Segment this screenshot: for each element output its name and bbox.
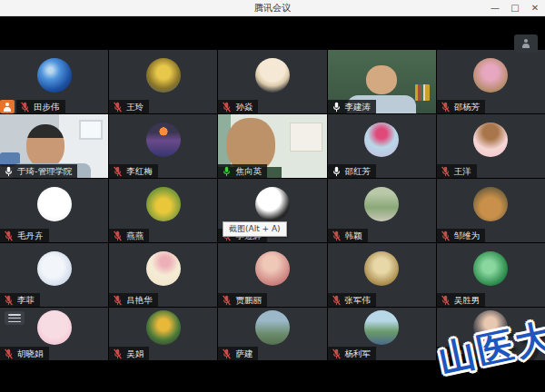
- participant-tile[interactable]: 孙焱: [218, 50, 326, 113]
- name-bar: 邵红芳: [328, 164, 377, 178]
- participant-tile[interactable]: 田步伟: [0, 50, 108, 113]
- avatar: [473, 251, 508, 286]
- participant-name: 韩颖: [345, 230, 362, 241]
- participant-name: 于琦-管理学院: [17, 165, 72, 177]
- participant-tile[interactable]: 李建涛: [328, 50, 436, 113]
- mic-icon: [332, 230, 342, 241]
- name-bar: 王玲: [109, 100, 149, 113]
- participant-tile[interactable]: 邹维为: [437, 179, 545, 242]
- close-button[interactable]: ✕: [525, 0, 545, 15]
- avatar: [146, 251, 181, 286]
- participant-tile[interactable]: 李菲: [0, 243, 108, 307]
- participant-tile[interactable]: 萨建: [218, 308, 326, 360]
- participant-name: 孙焱: [235, 101, 253, 113]
- avatar: [37, 187, 72, 221]
- screenshot-tooltip: 截图(Alt + A): [223, 221, 287, 237]
- avatar: [255, 310, 290, 345]
- avatar: [37, 251, 72, 286]
- participant-name: 杨利军: [345, 348, 372, 359]
- name-bar: 燕燕: [109, 229, 149, 242]
- participant-tile[interactable]: 焦向英: [218, 114, 326, 178]
- name-bar: 吴娟: [109, 347, 149, 360]
- participant-tile[interactable]: 李红梅: [109, 114, 217, 178]
- mic-icon: [441, 295, 451, 306]
- participant-name: 邵杨芳: [454, 101, 481, 113]
- titlebar: 腾讯会议 — □ ✕: [0, 0, 545, 16]
- participant-tile[interactable]: 杨利军: [328, 308, 436, 360]
- name-bar: 邹维为: [437, 229, 486, 242]
- participant-tile[interactable]: 胡晓娟: [0, 308, 108, 360]
- name-bar: 田步伟: [0, 100, 65, 113]
- list-view-icon[interactable]: [5, 311, 25, 325]
- participant-name: 张军伟: [345, 294, 372, 306]
- avatar: [364, 187, 399, 221]
- avatar: [473, 58, 508, 93]
- participant-name: 胡晓娟: [17, 348, 44, 359]
- mic-icon: [20, 102, 30, 113]
- name-bar: 王洋: [437, 164, 477, 178]
- maximize-button[interactable]: □: [505, 0, 525, 15]
- participant-tile[interactable]: 毛丹卉: [0, 179, 108, 242]
- participant-tile[interactable]: 贾鹏丽: [218, 243, 326, 307]
- participant-name: 燕燕: [126, 230, 144, 241]
- host-badge-icon: [0, 100, 15, 113]
- person-icon: [521, 39, 530, 48]
- avatar: [146, 58, 181, 93]
- name-bar: 杨利军: [328, 347, 377, 360]
- person-icon: [3, 103, 12, 112]
- name-bar: 焦向英: [218, 164, 267, 178]
- participant-tile[interactable]: 燕燕: [109, 179, 217, 242]
- meeting-stage: 田步伟 王玲: [0, 16, 545, 392]
- participant-name: 吴胜男: [454, 294, 481, 306]
- avatar: [37, 310, 72, 345]
- name-bar: 李红梅: [109, 164, 158, 178]
- avatar: [146, 187, 181, 221]
- mic-icon: [4, 348, 14, 359]
- minimize-button[interactable]: —: [485, 0, 505, 15]
- mic-icon: [113, 348, 123, 359]
- avatar: [255, 58, 290, 93]
- participant-tile[interactable]: 吴胜男: [437, 243, 545, 307]
- participant-name: 王玲: [126, 101, 144, 113]
- participant-name: 焦向英: [235, 165, 262, 177]
- participant-name: 田步伟: [34, 101, 60, 113]
- name-bar: 韩颖: [328, 229, 368, 242]
- mic-icon: [222, 348, 232, 359]
- participant-name: 邹维为: [454, 230, 481, 241]
- participant-name: 李建涛: [345, 101, 372, 113]
- participant-tile[interactable]: 吕艳华: [109, 243, 217, 307]
- participant-tile[interactable]: 韩颖: [328, 179, 436, 242]
- participant-tile[interactable]: 吴娟: [109, 308, 217, 360]
- participant-name: 王洋: [454, 165, 471, 177]
- mic-icon: [113, 230, 123, 241]
- name-bar: 胡晓娟: [0, 347, 49, 360]
- name-bar: 邵杨芳: [437, 100, 486, 113]
- participant-tile[interactable]: 王洋: [437, 114, 545, 178]
- avatar: [364, 122, 399, 157]
- name-bar: 于琦-管理学院: [0, 164, 77, 178]
- avatar: [146, 122, 181, 157]
- name-bar: 李建涛: [328, 100, 377, 113]
- participant-name: 萨建: [235, 348, 253, 359]
- participant-name: 吕艳华: [126, 294, 153, 306]
- participant-name: 李红梅: [126, 165, 153, 177]
- participant-tile[interactable]: 邵杨芳: [437, 50, 545, 113]
- mic-icon: [441, 102, 451, 113]
- window-title: 腾讯会议: [0, 2, 545, 15]
- participant-tile[interactable]: 邵红芳: [328, 114, 436, 178]
- mic-icon: [4, 166, 14, 177]
- mic-icon: [441, 166, 451, 177]
- mic-icon: [4, 230, 14, 241]
- avatar: [255, 251, 290, 286]
- participant-tile[interactable]: 张军伟: [328, 243, 436, 307]
- avatar: [37, 58, 72, 93]
- name-bar: 萨建: [218, 347, 258, 360]
- selfview-toggle-button[interactable]: [514, 34, 538, 53]
- participant-tile[interactable]: 于琦-管理学院: [0, 114, 108, 178]
- mic-icon: [441, 230, 451, 241]
- name-bar: 毛丹卉: [0, 229, 49, 242]
- participant-tile[interactable]: 王玲: [109, 50, 217, 113]
- mic-icon: [222, 166, 232, 177]
- mic-icon: [332, 166, 342, 177]
- name-bar: 吕艳华: [109, 293, 158, 307]
